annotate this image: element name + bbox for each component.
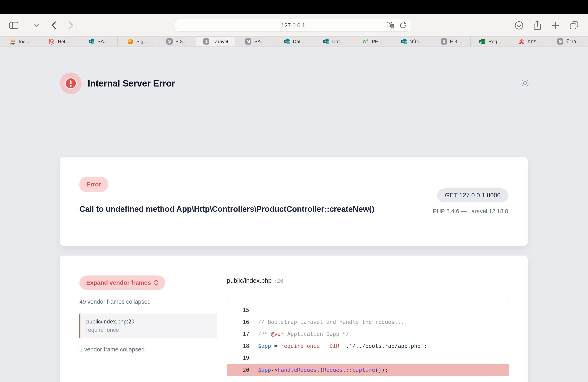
chevron-up-down-icon [154,279,158,286]
code-line: 16// Bootstrap Laravel and handle the re… [227,316,509,328]
translate-icon[interactable]: A x [386,21,395,30]
code-snippet-line: :20 [273,278,283,284]
stack-frame-line: 20 [128,319,134,325]
code-line: 17/** @var Application $app */ [227,328,509,340]
sun-icon[interactable] [520,78,530,89]
tab-label: Req... [488,39,501,44]
browser-tab[interactable]: Sหนัง... [392,37,431,46]
code-text: // Bootstrap Laravel and handle the requ… [249,319,408,325]
tab-label: Dat... [332,39,344,44]
badge-1-icon: 1 [203,38,210,45]
code-text: $app->handleRequest(Request::capture()); [249,367,388,373]
code-text: $app = require_once __DIR__.'/../bootstr… [249,343,427,349]
svg-text:S: S [89,40,91,43]
line-number: 15 [227,307,249,313]
badge-S-icon: S [166,38,173,45]
new-tab-icon[interactable] [550,20,560,30]
code-text: /** @var Application $app */ [249,331,349,337]
browser-tab[interactable]: Sig... [118,37,157,46]
tab-label: Hel... [58,39,69,44]
url-bar[interactable]: 127.0.0.1 A x [175,19,411,32]
browser-tab[interactable]: XReq... [471,37,510,46]
line-number: 19 [227,355,249,361]
error-card: Error GET 127.0.0.1:8000 PHP 8.4.6 — Lar… [60,157,528,246]
code-line: 18$app = require_once __DIR__.'/../boots… [227,340,509,352]
tab-label: Sig... [136,39,147,44]
toolbar-divider [26,20,26,31]
browser-toolbar: 127.0.0.1 A x [0,14,588,36]
code-snippet-box: 1516// Bootstrap Laravel and handle the … [227,297,509,382]
chevron-down-icon[interactable] [33,23,41,28]
red-chevrons-icon [518,38,525,45]
browser-tab[interactable]: SSA... [78,37,118,46]
tab-overview-icon[interactable] [568,20,580,31]
sharepoint-icon: S [88,38,95,45]
page-title: Internal Server Error [88,78,175,89]
sidebar-icon[interactable] [8,21,19,30]
browser-tab[interactable]: PMAloc... [0,37,39,46]
phpmyadmin-icon: PMA [10,38,17,45]
sharepoint-icon: S [284,38,290,45]
code-snippet-file: public/index.php [227,277,272,284]
download-icon[interactable] [514,20,525,31]
toolbar-right-group [514,19,580,31]
request-method-badge: GET 127.0.0.1:8000 [437,188,508,202]
svg-text:W: W [363,39,367,44]
browser-tab[interactable]: Gบึงเว... [549,37,588,46]
browser-tab[interactable]: MSA... [235,37,274,46]
svg-text:x: x [391,25,393,27]
stack-frame-item[interactable]: public/index.php:20 require_once [79,313,217,338]
sharepoint-icon: S [400,38,407,45]
tab-label: loc... [19,39,29,44]
laravel-icon [48,38,55,45]
svg-text:3: 3 [367,39,368,41]
reload-icon[interactable] [399,21,407,30]
browser-tab[interactable]: SF-3... [157,37,196,46]
stack-frame-file: public/index.php:20 [86,319,211,325]
tab-label: หนัง... [410,38,423,45]
tab-label: ดอก... [528,38,541,45]
environment-versions: PHP 8.4.6 — Laravel 12.18.0 [433,208,508,215]
browser-tab[interactable]: ดอก... [510,37,549,46]
line-number: 17 [227,331,249,337]
badge-M-icon: M [245,38,252,45]
stack-frame-context: require_once [86,327,211,333]
line-number: 16 [227,319,249,325]
w3schools-icon: W3 [362,38,369,45]
browser-tab[interactable]: 1Laravel [196,37,235,46]
trace-card: Expand vendor frames 49 vendor frames co… [60,256,528,382]
error-message: Call to undefined method App\Http\Contro… [79,203,379,216]
svg-text:S: S [324,40,326,43]
vendor-frames-collapsed-bottom: 1 vendor frame collapsed [79,346,217,353]
share-icon[interactable] [532,19,542,31]
browser-tab[interactable]: SF-3... [431,37,471,46]
url-bar-icons: A x [386,19,407,31]
tab-label: PH... [372,39,382,44]
svg-text:S: S [402,40,404,43]
svg-text:S: S [285,40,287,43]
expand-vendor-frames-button[interactable]: Expand vendor frames [79,275,165,290]
browser-tab[interactable]: SDat... [274,37,314,46]
back-icon[interactable] [50,20,58,31]
url-text: 127.0.0.1 [281,22,305,29]
browser-tab[interactable]: W3PH... [353,37,392,46]
browser-tab[interactable]: Hel... [39,37,78,46]
page-header: Internal Server Error [60,73,530,94]
error-type-badge: Error [79,177,108,192]
code-line: 19 [227,352,509,364]
badge-S-icon: S [441,38,447,45]
svg-text:X: X [480,40,482,43]
menu-bar [0,0,588,14]
forward-icon[interactable] [67,20,75,31]
tab-label: F-3... [175,39,187,44]
browser-tab[interactable]: SDat... [314,37,353,46]
line-number: 20 [227,367,249,373]
toolbar-left-group [8,20,75,31]
badge-G-icon: G [557,38,564,45]
tab-label: F-3... [450,39,461,44]
error-exclamation-icon [60,73,82,94]
vendor-frames-collapsed-top: 49 vendor frames collapsed [79,299,217,305]
page-content: Internal Server Error Error GET 127.0.0.… [0,47,588,382]
code-line: 15 [227,304,509,316]
trace-frames-column: Expand vendor frames 49 vendor frames co… [79,275,217,382]
